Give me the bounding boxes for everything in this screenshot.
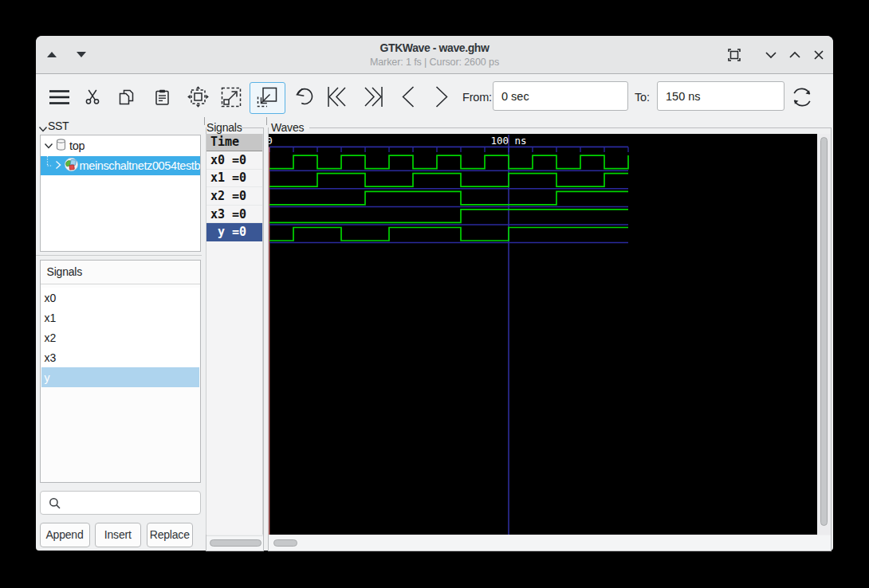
waves-frame-label: Waves [271,121,304,134]
waves-hscrollbar-track[interactable] [269,535,831,551]
signal-row-x2[interactable]: x2 =0 [206,187,262,206]
signal-list-header[interactable]: Signals [41,261,200,284]
search-input[interactable] [40,491,201,515]
time-header[interactable]: Time [206,134,262,152]
names-hscrollbar-thumb[interactable] [210,539,261,547]
to-input[interactable]: 150 ns [657,81,784,111]
tree-item-label: meinschaltnetz0054testb [80,159,200,172]
replace-button[interactable]: Replace [147,523,194,547]
zoom-fit-icon[interactable] [187,74,209,120]
paned-handle[interactable] [266,117,267,125]
insert-button[interactable]: Insert [95,523,141,547]
signals-frame-border [206,551,264,551]
signal-row-label: x0 =0 [210,153,246,167]
expander-down-icon[interactable] [44,139,53,153]
signal-list-item-label: y [45,371,50,384]
zoom-in-icon[interactable] [221,74,242,120]
paned-handle[interactable] [204,117,205,125]
waves-vscrollbar-thumb[interactable] [820,137,828,526]
zoom-out-icon[interactable] [257,74,277,120]
signal-list-item-x0[interactable]: x0 [41,288,199,308]
signal-list-item-label: x0 [45,292,57,304]
toolbar: From: 0 sec To: 150 ns [36,74,833,120]
signal-row-label: y =0 [210,225,246,239]
signal-row-label: x2 =0 [210,189,246,203]
waves-hscrollbar-thumb[interactable] [273,539,297,547]
tree-item-module[interactable]: meinschaltnetz0054testb [41,156,200,175]
gtkwave-window: GTKWave - wave.ghw Marker: 1 fs | Cursor… [36,36,833,551]
signal-list-item-x3[interactable]: x3 [41,347,199,367]
fullscreen-button[interactable] [728,49,741,61]
maximize-button[interactable] [788,50,801,63]
signals-frame-label: Signals [206,121,242,134]
panel-splitter[interactable] [36,255,202,256]
signal-list-item-x2[interactable]: x2 [41,327,199,347]
cut-icon[interactable] [85,74,100,120]
signal-row-label: x3 =0 [210,207,246,221]
sst-header[interactable]: SST [48,120,69,132]
skip-to-end-icon[interactable] [364,74,383,120]
copy-icon[interactable] [119,74,134,120]
tree-item-top[interactable]: top [41,136,200,155]
close-button[interactable] [812,49,825,61]
signal-list-item-x1[interactable]: x1 [41,308,199,327]
signal-list-item-label: x3 [45,351,57,364]
svg-text:100 ns: 100 ns [490,135,526,147]
signal-row-label: x1 =0 [210,171,246,185]
reload-icon[interactable] [791,74,813,120]
titlebar[interactable]: GTKWave - wave.ghw Marker: 1 fs | Cursor… [36,36,833,74]
signal-row-x0[interactable]: x0 =0 [206,151,262,170]
minimize-button[interactable] [765,50,777,63]
from-input[interactable]: 0 sec [493,81,628,111]
window-subtitle: Marker: 1 fs | Cursor: 2600 ps [36,57,833,68]
to-label: To: [635,74,650,120]
signal-list-item-label: x2 [45,331,57,344]
waves-frame-border [831,127,832,551]
signal-list-item-y[interactable]: y [41,367,199,387]
signal-row-x3[interactable]: x3 =0 [206,206,262,224]
signal-row-y[interactable]: y =0 [206,223,262,241]
search-icon [49,497,61,510]
waves-frame-border [309,127,831,128]
scope-icon [56,139,66,154]
step-right-icon[interactable] [435,74,448,120]
tree-guide-lines [46,156,64,167]
signal-names-column: Time x0 =0x1 =0x2 =0x3 =0 y =0 [206,134,263,535]
undo-icon[interactable] [295,74,315,120]
menu-button[interactable] [49,74,69,120]
signal-list-panel: Signals x0x1x2x3y [40,260,201,483]
waves-frame-border [268,551,832,551]
append-button[interactable]: Append [40,523,90,547]
module-icon [65,158,78,174]
tree-item-label: top [69,139,85,152]
skip-to-start-icon[interactable] [328,74,347,120]
signals-frame-border [241,127,264,128]
signals-frame-border [263,127,264,551]
step-left-icon[interactable] [402,74,415,120]
sst-tree: top meinschaltnetz0054testb [40,135,201,252]
window-title: GTKWave - wave.ghw [36,41,833,54]
svg-text:0: 0 [269,135,273,147]
paste-icon[interactable] [155,74,169,120]
signal-list-item-label: x1 [45,312,57,324]
from-label: From: [462,74,492,120]
signal-row-x1[interactable]: x1 =0 [206,170,262,188]
wave-canvas[interactable]: 0100 ns [269,134,818,535]
